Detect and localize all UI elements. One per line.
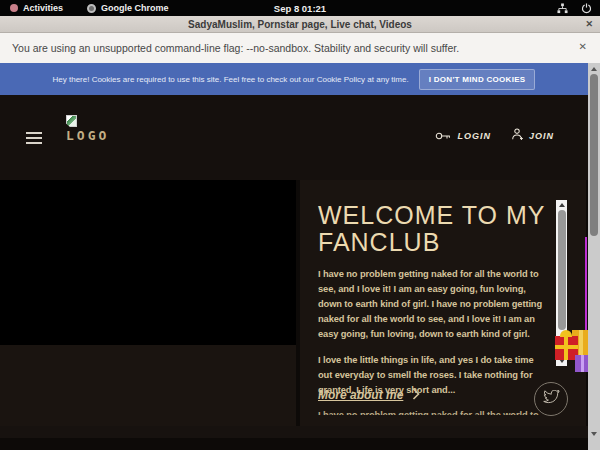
join-button[interactable]: JOIN <box>511 127 554 145</box>
header-nav: LOGIN JOIN <box>435 127 554 145</box>
login-button[interactable]: LOGIN <box>435 127 491 145</box>
person-add-icon <box>511 127 523 145</box>
media-panel <box>0 180 296 438</box>
cookie-message: Hey there! Cookies are required to use t… <box>53 75 409 84</box>
join-label: JOIN <box>529 131 554 141</box>
site-header: LOGO LOGIN JOIN <box>0 95 588 180</box>
chevron-right-icon <box>412 386 420 404</box>
browser-scroll-down-arrow-icon[interactable] <box>591 432 597 436</box>
system-tray[interactable] <box>557 0 592 16</box>
screen: Activities Google Chrome Sep 8 01:21 Sad… <box>0 0 600 450</box>
chrome-infobar: You are using an unsupported command-lin… <box>0 33 600 63</box>
cookie-banner: Hey there! Cookies are required to use t… <box>0 63 588 95</box>
key-icon <box>435 127 451 145</box>
cookie-accept-button[interactable]: I DON'T MIND COOKIES <box>419 69 536 90</box>
panel-scrollbar-thumb[interactable] <box>558 210 566 330</box>
page-viewport: Hey there! Cookies are required to use t… <box>0 63 588 450</box>
browser-scrollbar-thumb[interactable] <box>590 74 598 236</box>
welcome-title: WELCOME TO MY FANCLUB <box>318 202 558 256</box>
scroll-up-arrow-icon[interactable] <box>559 203 565 207</box>
window-title: SadyaMuslim, Pornstar page, Live chat, V… <box>188 19 412 30</box>
window-titlebar[interactable]: SadyaMuslim, Pornstar page, Live chat, V… <box>0 16 600 33</box>
page-bottom-strip <box>0 426 588 438</box>
clock[interactable]: Sep 8 01:21 <box>0 3 600 14</box>
login-label: LOGIN <box>457 131 491 141</box>
power-icon[interactable] <box>581 3 592 14</box>
network-icon[interactable] <box>557 3 568 14</box>
hamburger-menu-icon[interactable] <box>26 132 42 147</box>
twitter-button[interactable] <box>534 382 568 416</box>
browser-scroll-up-arrow-icon[interactable] <box>591 67 597 71</box>
more-about-me-link[interactable]: More about me <box>318 386 420 404</box>
welcome-panel: WELCOME TO MY FANCLUB I have no problem … <box>300 180 586 438</box>
main-content: WELCOME TO MY FANCLUB I have no problem … <box>0 180 588 438</box>
browser-scrollbar[interactable] <box>588 63 600 450</box>
infobar-close-button[interactable]: ✕ <box>579 41 587 52</box>
twitter-icon <box>543 390 560 408</box>
window-close-button[interactable]: ✕ <box>585 19 593 29</box>
bio-paragraph-1: I have no problem getting naked for all … <box>318 267 546 342</box>
site-logo[interactable]: LOGO <box>66 115 109 143</box>
infobar-message: You are using an unsupported command-lin… <box>12 42 459 54</box>
gnome-top-bar: Activities Google Chrome Sep 8 01:21 <box>0 0 600 16</box>
gifts-widget[interactable] <box>555 321 588 376</box>
broken-image-icon <box>66 115 77 127</box>
logo-text: LOGO <box>66 128 109 143</box>
bio-paragraph-3-clipped: I have no problem getting naked for all … <box>318 408 546 415</box>
gift-box-purple-icon <box>575 355 588 372</box>
media-placeholder <box>0 180 296 345</box>
more-about-me-label: More about me <box>318 388 403 402</box>
